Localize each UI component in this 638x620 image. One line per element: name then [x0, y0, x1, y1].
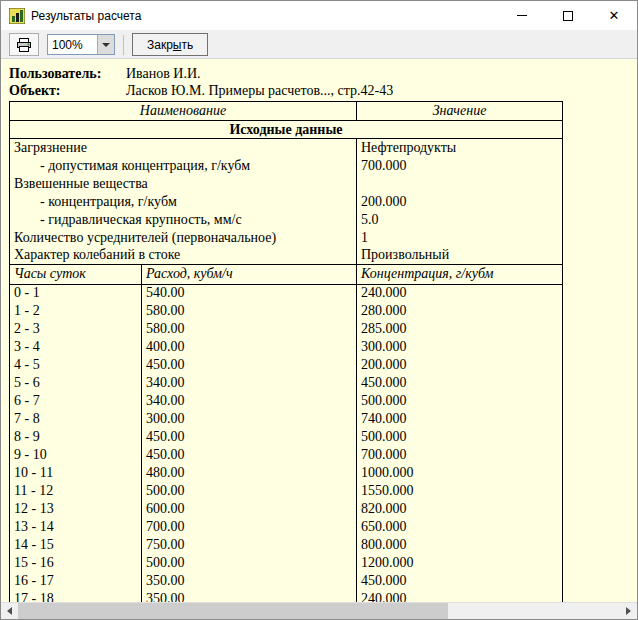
- param-name: Загрязнение: [10, 139, 357, 157]
- param-row: Взвешенные вещества: [10, 175, 563, 193]
- concentration-cell: 1550.000: [357, 482, 563, 500]
- hours-cell: 8 - 9: [10, 428, 142, 446]
- arrow-left-icon: [7, 607, 12, 615]
- hours-row: 17 - 18350.00240.000: [10, 590, 563, 602]
- toolbar-separator: [123, 35, 124, 55]
- param-name: Характер колебаний в стоке: [10, 247, 357, 265]
- hours-cell: 15 - 16: [10, 554, 142, 572]
- hours-row: 2 - 3580.00285.000: [10, 320, 563, 338]
- param-row: Количество усреднителей (первоначальное)…: [10, 229, 563, 247]
- section-row: Исходные данные: [10, 121, 563, 139]
- hours-cell: 11 - 12: [10, 482, 142, 500]
- flow-cell: 350.00: [142, 572, 357, 590]
- minimize-button[interactable]: [499, 1, 545, 30]
- minimize-icon: [517, 15, 527, 16]
- concentration-cell: 240.000: [357, 590, 563, 602]
- flow-cell: 480.00: [142, 464, 357, 482]
- concentration-cell: 450.000: [357, 572, 563, 590]
- hours-header: Часы суток: [10, 265, 142, 284]
- hours-row: 0 - 1540.00240.000: [10, 284, 563, 302]
- concentration-cell: 285.000: [357, 320, 563, 338]
- hours-row: 8 - 9450.00500.000: [10, 428, 563, 446]
- hours-cell: 17 - 18: [10, 590, 142, 602]
- hours-row: 6 - 7340.00500.000: [10, 392, 563, 410]
- hours-row: 9 - 10450.00700.000: [10, 446, 563, 464]
- scroll-left-button[interactable]: [1, 603, 18, 619]
- hours-cell: 7 - 8: [10, 410, 142, 428]
- flow-cell: 300.00: [142, 410, 357, 428]
- results-window: Результаты расчета ✕ 100%: [0, 0, 638, 620]
- flow-cell: 700.00: [142, 518, 357, 536]
- arrow-right-icon: [626, 607, 631, 615]
- object-label: Объект:: [9, 82, 126, 99]
- param-name: - допустимая концентрация, г/кубм: [10, 157, 357, 175]
- concentration-cell: 450.000: [357, 374, 563, 392]
- flow-cell: 450.00: [142, 446, 357, 464]
- zoom-dropdown-button[interactable]: [97, 35, 114, 54]
- param-value: 1: [357, 229, 563, 247]
- hours-row: 7 - 8300.00740.000: [10, 410, 563, 428]
- hours-row: 13 - 14700.00650.000: [10, 518, 563, 536]
- flow-cell: 580.00: [142, 320, 357, 338]
- param-name: - концентрация, г/кубм: [10, 193, 357, 211]
- close-report-button[interactable]: Закрыть: [132, 33, 208, 56]
- hours-row: 10 - 11480.001000.000: [10, 464, 563, 482]
- hours-cell: 2 - 3: [10, 320, 142, 338]
- flow-cell: 500.00: [142, 554, 357, 572]
- concentration-cell: 740.000: [357, 410, 563, 428]
- caption-buttons: ✕: [499, 1, 637, 30]
- concentration-cell: 1200.000: [357, 554, 563, 572]
- maximize-icon: [563, 11, 573, 21]
- maximize-button[interactable]: [545, 1, 591, 30]
- window-title: Результаты расчета: [31, 9, 141, 23]
- close-button[interactable]: ✕: [591, 1, 637, 30]
- hours-cell: 1 - 2: [10, 302, 142, 320]
- zoom-combobox[interactable]: 100%: [47, 34, 115, 55]
- hours-cell: 4 - 5: [10, 356, 142, 374]
- hours-cell: 9 - 10: [10, 446, 142, 464]
- param-row: Характер колебаний в стокеПроизвольный: [10, 247, 563, 265]
- concentration-cell: 700.000: [357, 446, 563, 464]
- hours-table: Часы суток Расход, кубм/ч Концентрация, …: [9, 265, 563, 602]
- concentration-cell: 500.000: [357, 428, 563, 446]
- horizontal-scrollbar[interactable]: [1, 602, 637, 619]
- params-header-value: Значение: [357, 102, 563, 121]
- report-area: Пользователь: Иванов И.И. Объект: Ласков…: [1, 59, 637, 602]
- concentration-cell: 650.000: [357, 518, 563, 536]
- hours-cell: 13 - 14: [10, 518, 142, 536]
- hours-row: 5 - 6340.00450.000: [10, 374, 563, 392]
- toolbar: 100% Закрыть: [1, 31, 637, 59]
- hours-row: 15 - 16500.001200.000: [10, 554, 563, 572]
- flow-cell: 350.00: [142, 590, 357, 602]
- flow-header: Расход, кубм/ч: [142, 265, 357, 284]
- param-value: [357, 175, 563, 193]
- flow-cell: 750.00: [142, 536, 357, 554]
- param-value: Нефтепродукты: [357, 139, 563, 157]
- params-header-name: Наименование: [10, 102, 357, 121]
- close-icon: ✕: [609, 9, 620, 22]
- hours-cell: 14 - 15: [10, 536, 142, 554]
- printer-icon: [16, 37, 32, 53]
- flow-cell: 450.00: [142, 428, 357, 446]
- concentration-cell: 800.000: [357, 536, 563, 554]
- flow-cell: 500.00: [142, 482, 357, 500]
- concentration-cell: 820.000: [357, 500, 563, 518]
- hours-row: 14 - 15750.00800.000: [10, 536, 563, 554]
- concentration-cell: 1000.000: [357, 464, 563, 482]
- concentration-cell: 200.000: [357, 356, 563, 374]
- scroll-right-button[interactable]: [620, 603, 637, 619]
- flow-cell: 580.00: [142, 302, 357, 320]
- close-report-label-pre: Закр: [147, 38, 173, 52]
- param-value: Произвольный: [357, 247, 563, 265]
- hours-cell: 0 - 1: [10, 284, 142, 302]
- param-value: 5.0: [357, 211, 563, 229]
- hours-cell: 6 - 7: [10, 392, 142, 410]
- concentration-cell: 500.000: [357, 392, 563, 410]
- param-name: - гидравлическая крупность, мм/с: [10, 211, 357, 229]
- scrollbar-thumb[interactable]: [18, 603, 448, 619]
- param-row: - концентрация, г/кубм200.000: [10, 193, 563, 211]
- flow-cell: 340.00: [142, 374, 357, 392]
- section-title: Исходные данные: [10, 121, 563, 139]
- print-button[interactable]: [9, 33, 39, 56]
- hours-table-body: 0 - 1540.00240.0001 - 2580.00280.0002 - …: [10, 284, 563, 602]
